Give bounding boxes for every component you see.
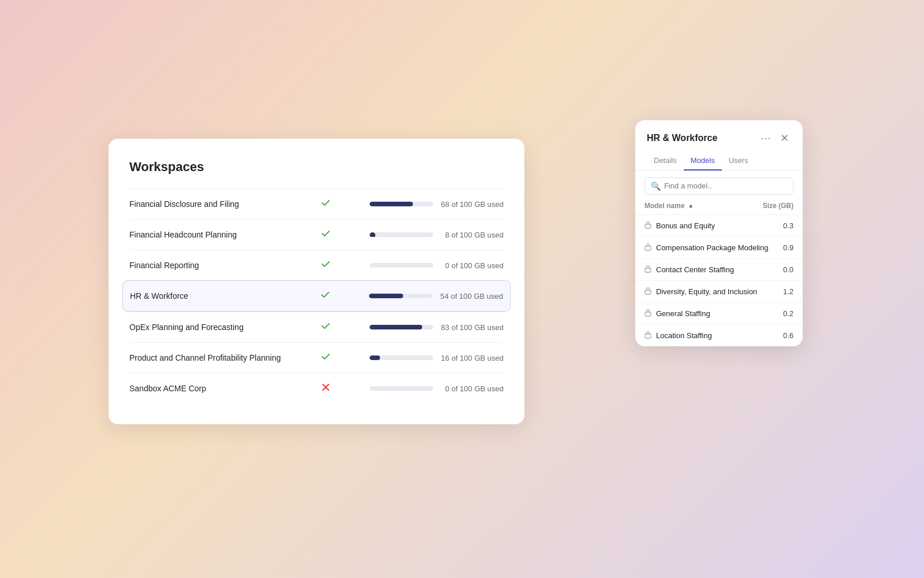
progress-bar-fill: [370, 325, 422, 329]
progress-container: 16 of 100 GB used: [370, 354, 504, 362]
workspace-row[interactable]: HR & Workforce54 of 100 GB used: [122, 280, 511, 312]
workspace-name: Sandbox ACME Corp: [129, 384, 316, 393]
storage-text: 0 of 100 GB used: [440, 384, 504, 393]
storage-text: 83 of 100 GB used: [440, 323, 504, 332]
check-green-icon: [316, 352, 335, 364]
model-name: Compensation Package Modeling: [656, 243, 775, 252]
detail-header: HR & Workforce ⋯ ✕: [635, 120, 803, 144]
svg-rect-5: [645, 290, 651, 294]
storage-text: 68 of 100 GB used: [440, 200, 504, 209]
progress-bar-bg: [370, 386, 433, 391]
tab-users[interactable]: Users: [722, 151, 755, 171]
check-green-icon: [316, 229, 335, 240]
progress-dot: [370, 232, 375, 237]
model-name: Contact Center Staffing: [656, 265, 775, 274]
detail-title: HR & Workforce: [647, 133, 717, 143]
workspace-name: Product and Channel Profitability Planni…: [129, 353, 316, 362]
workspace-row[interactable]: OpEx Planning and Forecasting83 of 100 G…: [129, 312, 504, 342]
lock-icon: [644, 243, 651, 253]
search-icon: 🔍: [651, 181, 661, 191]
progress-bar-fill: [370, 202, 413, 206]
model-name: General Staffing: [656, 309, 775, 318]
progress-container: 54 of 100 GB used: [369, 292, 503, 301]
lock-icon: [644, 265, 651, 275]
progress-bar-bg: [370, 355, 433, 360]
storage-text: 16 of 100 GB used: [440, 354, 504, 362]
model-size: 0.3: [775, 221, 793, 230]
progress-container: 83 of 100 GB used: [370, 323, 504, 332]
workspace-table: Financial Disclosure and Filing68 of 100…: [129, 188, 504, 403]
model-size: 0.2: [775, 309, 793, 318]
workspace-name: Financial Disclosure and Filing: [129, 199, 316, 209]
lock-icon: [644, 221, 651, 231]
storage-text: 0 of 100 GB used: [440, 261, 504, 270]
progress-bar-bg: [370, 325, 433, 329]
check-green-icon: [316, 321, 335, 333]
detail-panel: HR & Workforce ⋯ ✕ DetailsModelsUsers 🔍 …: [635, 120, 803, 346]
progress-container: 68 of 100 GB used: [370, 200, 504, 209]
tab-models[interactable]: Models: [684, 151, 722, 171]
workspace-row[interactable]: Sandbox ACME Corp0 of 100 GB used: [129, 373, 504, 403]
model-row[interactable]: Compensation Package Modeling0.9: [635, 236, 803, 258]
model-row[interactable]: General Staffing0.2: [635, 302, 803, 324]
close-button[interactable]: ✕: [778, 132, 791, 144]
model-size: 0.9: [775, 243, 793, 252]
svg-rect-7: [645, 334, 651, 338]
model-name: Diversity, Equity, and Inclusion: [656, 287, 775, 296]
workspaces-panel: Workspaces Financial Disclosure and Fili…: [109, 139, 524, 424]
search-input[interactable]: [664, 181, 787, 190]
workspaces-title: Workspaces: [129, 160, 504, 175]
sort-icon: ▲: [688, 202, 694, 209]
check-green-icon: [316, 260, 335, 271]
model-row[interactable]: Contact Center Staffing0.0: [635, 258, 803, 280]
model-row[interactable]: Location Staffing0.6: [635, 324, 803, 346]
workspace-name: Financial Headcount Planning: [129, 230, 316, 239]
check-red-icon: [316, 383, 335, 394]
detail-header-actions: ⋯ ✕: [758, 132, 791, 144]
model-name: Location Staffing: [656, 331, 775, 340]
progress-bar-bg: [370, 263, 433, 268]
workspace-row[interactable]: Financial Reporting0 of 100 GB used: [129, 250, 504, 280]
progress-bar-bg: [369, 294, 433, 298]
workspace-row[interactable]: Product and Channel Profitability Planni…: [129, 342, 504, 373]
lock-icon: [644, 331, 651, 340]
progress-bar-fill: [370, 355, 380, 360]
model-table-header: Model name ▲ Size (GB): [635, 197, 803, 214]
model-size-col-header: Size (GB): [759, 202, 793, 210]
workspace-name: OpEx Planning and Forecasting: [129, 323, 316, 332]
svg-rect-3: [645, 246, 651, 250]
model-size: 0.6: [775, 331, 793, 340]
model-size: 0.0: [775, 265, 793, 274]
check-green-icon: [316, 198, 335, 210]
model-name: Bonus and Equity: [656, 221, 775, 230]
model-size: 1.2: [775, 287, 793, 296]
progress-container: 0 of 100 GB used: [370, 261, 504, 270]
workspace-row[interactable]: Financial Headcount Planning8 of 100 GB …: [129, 219, 504, 250]
svg-rect-4: [645, 268, 651, 272]
model-name-header-label: Model name: [644, 202, 684, 210]
progress-bar-fill: [369, 294, 403, 298]
workspace-name: Financial Reporting: [129, 261, 316, 270]
more-button[interactable]: ⋯: [758, 132, 773, 144]
progress-bar-bg: [370, 202, 433, 206]
progress-bar-bg: [370, 232, 433, 237]
svg-rect-6: [645, 312, 651, 316]
storage-text: 8 of 100 GB used: [440, 231, 504, 239]
check-green-icon: [316, 290, 334, 302]
detail-tabs: DetailsModelsUsers: [635, 151, 803, 171]
tab-details[interactable]: Details: [647, 151, 684, 171]
progress-container: 8 of 100 GB used: [370, 231, 504, 239]
model-row[interactable]: Diversity, Equity, and Inclusion1.2: [635, 280, 803, 302]
model-row[interactable]: Bonus and Equity0.3: [635, 214, 803, 236]
lock-icon: [644, 309, 651, 318]
svg-rect-2: [645, 224, 651, 228]
workspace-name: HR & Workforce: [130, 291, 316, 301]
model-list: Bonus and Equity0.3Compensation Package …: [635, 214, 803, 346]
search-bar: 🔍: [644, 177, 793, 195]
workspace-row[interactable]: Financial Disclosure and Filing68 of 100…: [129, 188, 504, 219]
storage-text: 54 of 100 GB used: [439, 292, 503, 301]
progress-container: 0 of 100 GB used: [370, 384, 504, 393]
lock-icon: [644, 287, 651, 297]
model-name-col-header[interactable]: Model name ▲: [644, 202, 759, 210]
